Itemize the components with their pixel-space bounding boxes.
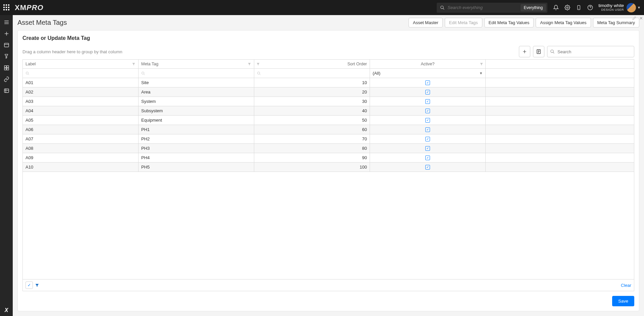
filter-active-dropdown[interactable]: (All) ▼ [370,69,486,78]
search-icon [550,49,555,54]
chevron-down-icon: ▼ [637,6,641,9]
nav-item-3[interactable] [0,62,13,73]
content-card: Create or Update Meta Tag Drag a column … [17,30,639,311]
global-search[interactable]: Everything [437,3,547,13]
close-icon[interactable]: ✕ [638,15,644,21]
table-row[interactable]: A01Site10✓ [23,78,634,87]
search-scope-dropdown[interactable]: Everything [521,4,546,11]
menu-toggle[interactable] [0,16,13,28]
checked-icon: ✓ [425,99,430,104]
page-titlebar: Asset Meta Tags Asset Master Edit Meta T… [13,15,644,30]
svg-point-2 [567,7,568,8]
col-header-sort-order[interactable]: Sort Order [254,60,370,68]
cell-meta-tag: Equipment [139,116,254,125]
svg-rect-17 [7,68,9,70]
filter-icon[interactable] [256,62,260,66]
tab-asset-master[interactable]: Asset Master [409,18,443,27]
cell-sort-order: 10 [254,78,370,87]
table-row[interactable]: A06PH160✓ [23,125,634,134]
clear-link[interactable]: Clear [621,283,631,288]
add-row-button[interactable] [519,46,530,57]
table-row[interactable]: A08PH380✓ [23,144,634,153]
save-bar: Save [22,291,634,308]
checked-icon: ✓ [425,90,430,94]
table-row[interactable]: A10PH5100✓ [23,163,634,172]
export-button[interactable] [533,46,544,57]
footer-check-button[interactable]: ✓ [25,281,33,289]
nav-item-4[interactable] [0,73,13,85]
cell-meta-tag: PH1 [139,125,254,134]
apps-launcher-icon[interactable] [3,4,10,11]
cell-sort-order: 30 [254,97,370,106]
cell-active: ✓ [370,116,486,125]
user-name: timothy white [598,3,624,8]
global-search-input[interactable] [447,5,518,10]
nav-item-5[interactable] [0,85,13,96]
add-icon[interactable] [0,28,13,39]
main-panel: Asset Meta Tags Asset Master Edit Meta T… [13,15,644,316]
tab-assign-meta-tag-values[interactable]: Assign Meta Tag Values [536,18,591,27]
svg-line-32 [144,74,145,75]
save-button[interactable]: Save [612,296,634,306]
cell-sort-order: 80 [254,144,370,153]
table-row[interactable]: A03System30✓ [23,97,634,106]
cell-meta-tag: PH3 [139,144,254,153]
nav-item-1[interactable] [0,39,13,51]
page-tabs: Asset Master Edit Meta Tags Edit Meta Ta… [409,18,639,27]
grid-search-input[interactable] [557,49,631,55]
cell-label: A01 [23,78,139,87]
table-row[interactable]: A02Area20✓ [23,87,634,97]
svg-rect-15 [7,66,9,68]
table-row[interactable]: A07PH270✓ [23,134,634,144]
cell-label: A02 [23,87,139,97]
grid-body: A01Site10✓A02Area20✓A03System30✓A04Subsy… [23,78,634,279]
filter-meta-tag[interactable] [139,69,254,78]
notifications-icon[interactable] [551,3,561,13]
footer-filter-icon[interactable] [35,283,39,288]
group-hint: Drag a column header here to group by th… [22,49,122,54]
svg-point-33 [258,72,260,74]
cell-sort-order: 70 [254,134,370,143]
table-row[interactable]: A05Equipment50✓ [23,116,634,125]
grid-toolbar: Drag a column header here to group by th… [22,46,634,57]
grid-search[interactable] [547,46,634,57]
cell-label: A09 [23,153,139,162]
top-header: XMPRO Everything timothy white DESIGN US… [0,0,644,15]
table-row[interactable]: A04Subsystem40✓ [23,106,634,116]
filter-label[interactable] [23,69,139,78]
cell-sort-order: 100 [254,163,370,172]
tab-edit-meta-tags[interactable]: Edit Meta Tags [445,18,482,27]
cell-active: ✓ [370,153,486,162]
panel-heading: Create or Update Meta Tag [22,35,634,41]
edit-icon[interactable] [631,15,637,21]
svg-point-31 [142,72,144,74]
filter-sort-order[interactable] [254,69,370,78]
checked-icon: ✓ [425,109,430,113]
checked-icon: ✓ [425,146,430,151]
col-header-label[interactable]: Label [23,60,139,68]
grid-filter-row: (All) ▼ [23,69,634,78]
chevron-down-icon: ▼ [479,71,483,75]
filter-icon[interactable] [248,62,251,66]
filter-icon[interactable] [132,62,136,66]
checked-icon: ✓ [425,137,430,141]
data-grid: Label Meta Tag Sort Order [22,59,634,279]
cell-sort-order: 60 [254,125,370,134]
svg-rect-12 [4,43,9,47]
help-icon[interactable] [585,3,595,13]
table-row[interactable]: A09PH490✓ [23,153,634,163]
col-header-meta-tag[interactable]: Meta Tag [139,60,254,68]
filter-icon[interactable] [480,62,483,66]
user-menu[interactable]: timothy white DESIGN USER ▼ [598,3,641,12]
cell-label: A05 [23,116,139,125]
mobile-icon[interactable] [574,3,584,13]
cell-label: A04 [23,106,139,115]
col-header-active[interactable]: Active? [370,60,486,68]
left-sidebar: X [0,15,13,316]
product-logo: XMPRO [15,3,44,12]
cell-label: A07 [23,134,139,143]
settings-icon[interactable] [562,3,572,13]
cell-active: ✓ [370,134,486,143]
nav-item-2[interactable] [0,51,13,62]
tab-edit-meta-tag-values[interactable]: Edit Meta Tag Values [484,18,534,27]
